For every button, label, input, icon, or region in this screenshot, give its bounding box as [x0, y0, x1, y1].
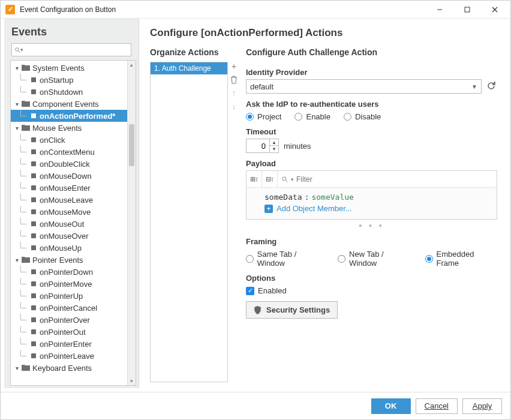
payload-filter-input[interactable]	[296, 175, 493, 184]
tree-item[interactable]: onStartup	[11, 74, 136, 86]
tree-item[interactable]: onMouseEnter	[11, 182, 136, 194]
event-icon	[31, 353, 36, 358]
tree-item[interactable]: onMouseLeave	[11, 194, 136, 206]
scroll-up-icon[interactable]: ▴	[128, 61, 136, 69]
idp-select[interactable]: default ▼	[246, 79, 482, 94]
reauth-radio[interactable]: Project	[246, 112, 281, 121]
reauth-radio[interactable]: Disable	[344, 112, 381, 121]
security-settings-button[interactable]: Security Settings	[246, 301, 338, 319]
tree-category[interactable]: ▾Keyboard Events	[11, 362, 136, 374]
event-icon	[31, 185, 36, 190]
tree-item[interactable]: onShutdown	[11, 86, 136, 98]
events-tree[interactable]: ▾System EventsonStartuponShutdown▾Compon…	[11, 61, 136, 375]
refresh-button[interactable]	[486, 81, 497, 92]
event-icon	[31, 269, 36, 274]
chevron-down-icon: ▼	[471, 83, 477, 90]
timeout-input[interactable]	[247, 139, 269, 152]
tree-category[interactable]: ▾Pointer Events	[11, 254, 136, 266]
tree-item[interactable]: onMouseDown	[11, 170, 136, 182]
tree-item[interactable]: onPointerOver	[11, 314, 136, 326]
events-search[interactable]: ▾	[11, 43, 131, 56]
idp-label: Identity Provider	[246, 68, 497, 77]
tree-item[interactable]: onPointerOut	[11, 326, 136, 338]
tree-item[interactable]: onMouseMove	[11, 206, 136, 218]
timeout-down-button[interactable]: ▼	[270, 146, 278, 152]
tree-item[interactable]: onDoubleClick	[11, 158, 136, 170]
collapse-all-button[interactable]: ⊟↕	[262, 171, 278, 188]
tree-item[interactable]: onPointerCancel	[11, 302, 136, 314]
dialog-footer: OK Cancel Apply	[1, 392, 510, 419]
app-icon: ✓	[5, 5, 15, 14]
event-icon	[31, 161, 36, 166]
tree-item[interactable]: onClick	[11, 134, 136, 146]
action-item[interactable]: 1. Auth Challenge	[151, 62, 227, 74]
reauth-radio[interactable]: Enable	[294, 112, 330, 121]
folder-icon	[22, 124, 30, 131]
resize-handle[interactable]: ● ● ●	[246, 222, 497, 229]
framing-radio[interactable]: Embedded Frame	[425, 250, 497, 268]
event-icon	[31, 221, 36, 226]
framing-radio[interactable]: New Tab / Window	[338, 250, 412, 268]
tree-item[interactable]: onPointerUp	[11, 290, 136, 302]
enabled-checkbox[interactable]: ✓ Enabled	[246, 286, 497, 295]
ok-button[interactable]: OK	[371, 398, 411, 414]
cancel-button[interactable]: Cancel	[416, 398, 458, 414]
tree-item[interactable]: onMouseOut	[11, 218, 136, 230]
event-icon	[31, 341, 36, 346]
scroll-down-icon[interactable]: ▾	[128, 377, 136, 385]
event-icon	[31, 305, 36, 310]
tree-item[interactable]: onMouseUp	[11, 242, 136, 254]
tree-category[interactable]: ▾Mouse Events	[11, 122, 136, 134]
timeout-spinner[interactable]: ▲ ▼	[246, 139, 279, 153]
timeout-unit: minutes	[284, 142, 311, 151]
radio-icon	[338, 255, 345, 263]
minimize-button[interactable]	[431, 4, 448, 16]
action-list[interactable]: 1. Auth Challenge	[150, 62, 228, 382]
filter-caret-icon: ▾	[291, 176, 294, 182]
plus-icon: +	[264, 205, 273, 213]
add-object-member-button[interactable]: + Add Object Member...	[264, 204, 492, 213]
tree-item[interactable]: onPointerDown	[11, 266, 136, 278]
events-scrollbar[interactable]: ▴ ▾	[127, 61, 136, 385]
tree-item[interactable]: onPointerEnter	[11, 338, 136, 350]
config-panel: Configure [onActionPerformed] Actions Or…	[139, 19, 507, 388]
apply-button[interactable]: Apply	[462, 398, 502, 414]
options-label: Options	[246, 274, 497, 283]
event-icon	[31, 89, 36, 94]
event-icon	[31, 137, 36, 142]
tree-item[interactable]: onMouseOver	[11, 230, 136, 242]
svg-point-4	[16, 47, 19, 51]
events-search-input[interactable]	[23, 46, 128, 54]
folder-icon	[22, 100, 30, 107]
tree-category[interactable]: ▾System Events	[11, 62, 136, 74]
svg-point-6	[282, 176, 286, 180]
radio-icon	[294, 113, 302, 121]
tree-item[interactable]: onPointerLeave	[11, 350, 136, 362]
tree-category[interactable]: ▾Component Events	[11, 98, 136, 110]
window-title: Event Configuration on Button	[20, 5, 431, 14]
close-button[interactable]	[486, 4, 503, 16]
payload-label: Payload	[246, 159, 497, 168]
folder-icon	[22, 256, 30, 263]
folder-icon	[22, 364, 30, 371]
move-down-button[interactable]: ↓	[229, 101, 239, 111]
reauth-label: Ask the IdP to re-authenticate users	[246, 100, 497, 109]
svg-line-7	[286, 180, 288, 182]
event-icon	[31, 149, 36, 154]
timeout-up-button[interactable]: ▲	[270, 139, 278, 146]
event-icon	[31, 173, 36, 178]
payload-body[interactable]: someData:someValue + Add Object Member..…	[247, 188, 497, 219]
shield-icon	[254, 306, 261, 314]
maximize-button[interactable]	[459, 4, 476, 16]
add-action-button[interactable]: ＋	[229, 62, 239, 71]
tree-item[interactable]: onPointerMove	[11, 278, 136, 290]
tree-item[interactable]: onActionPerformed*	[11, 110, 136, 122]
expand-all-button[interactable]: ⊞↕	[247, 171, 262, 188]
titlebar: ✓ Event Configuration on Button	[1, 1, 510, 19]
move-up-button[interactable]: ↑	[229, 88, 239, 98]
scroll-thumb[interactable]	[129, 124, 134, 166]
framing-radio[interactable]: Same Tab / Window	[246, 250, 324, 268]
tree-item[interactable]: onContextMenu	[11, 146, 136, 158]
delete-action-button[interactable]	[229, 75, 239, 85]
radio-icon	[425, 255, 433, 263]
